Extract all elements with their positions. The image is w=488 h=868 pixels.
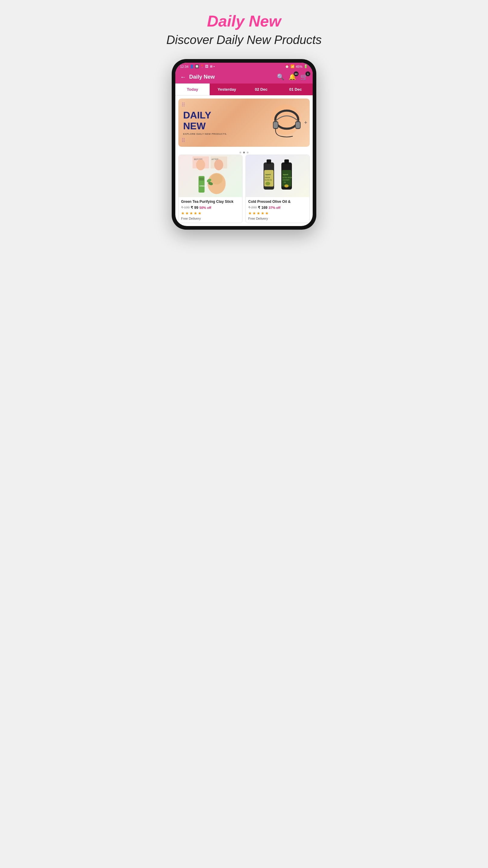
stars-olive-oil: ★ ★ ★ ★ ★ bbox=[248, 211, 307, 216]
discount-olive-oil: 37% off bbox=[269, 206, 281, 210]
stars-clay-stick: ★ ★ ★ ★ ★ bbox=[181, 211, 240, 216]
banner-dots-bottomleft: ⠿ bbox=[181, 137, 185, 144]
star-2: ★ bbox=[253, 211, 256, 216]
banner-explore-text: EXPLORE DAILY NEW PRODUCTS. bbox=[183, 133, 269, 135]
delivery-clay-stick: Free Delivery bbox=[181, 217, 240, 220]
status-icons: 👤 🔲 📍 🖼 🖥 • bbox=[190, 64, 215, 68]
delivery-olive-oil: Free Delivery bbox=[248, 217, 307, 220]
svg-rect-19 bbox=[267, 159, 271, 164]
product-card-olive-oil[interactable]: tapanli VIRGIN OLIVE OIL ORGANIC COLD PR… bbox=[246, 155, 310, 223]
svg-point-9 bbox=[196, 159, 205, 170]
status-bar: 12:34 👤 🔲 📍 🖼 🖥 • ⏰ 📶 45% 🔋 bbox=[175, 63, 313, 70]
banner-dot-1[interactable] bbox=[239, 152, 241, 153]
status-left: 12:34 👤 🔲 📍 🖼 🖥 • bbox=[180, 64, 215, 68]
product-name-olive-oil: Cold Pressed Olive Oil & bbox=[248, 199, 307, 204]
banner-title-line1: DAILY bbox=[183, 110, 269, 121]
alarm-icon: ⏰ bbox=[285, 64, 289, 68]
banner-dot-3[interactable] bbox=[247, 152, 249, 153]
svg-rect-12 bbox=[199, 178, 204, 181]
current-price-clay-stick: ₹ 99 bbox=[191, 206, 198, 210]
star-1: ★ bbox=[248, 211, 252, 216]
status-right: ⏰ 📶 45% 🔋 bbox=[285, 64, 308, 68]
header-icons: 🔍 🔔 63 🛒 1 bbox=[277, 73, 308, 81]
clay-stick-image-placeholder: BEFORE AFTER GREEN bbox=[178, 155, 242, 197]
svg-text:COLD PRESSED: COLD PRESSED bbox=[264, 188, 273, 189]
star-5: ★ bbox=[198, 211, 201, 216]
banner-headphone-image bbox=[269, 104, 305, 141]
product-image-clay-stick: BEFORE AFTER GREEN bbox=[178, 155, 242, 197]
product-image-olive-oil: tapanli VIRGIN OLIVE OIL ORGANIC COLD PR… bbox=[246, 155, 310, 197]
svg-point-24 bbox=[265, 182, 270, 185]
svg-point-15 bbox=[210, 174, 223, 184]
phone-screen: 12:34 👤 🔲 📍 🖼 🖥 • ⏰ 📶 45% 🔋 ← Daily New bbox=[175, 63, 313, 226]
product-card-clay-stick[interactable]: BEFORE AFTER GREEN bbox=[178, 155, 242, 223]
olive-oil-image-placeholder: tapanli VIRGIN OLIVE OIL ORGANIC COLD PR… bbox=[246, 155, 310, 197]
svg-text:EXTRA VIRGIN: EXTRA VIRGIN bbox=[283, 177, 292, 179]
banner-text-block: DAILY NEW EXPLORE DAILY NEW PRODUCTS. bbox=[183, 110, 269, 135]
tab-today[interactable]: Today bbox=[175, 84, 210, 95]
current-price-olive-oil: ₹ 169 bbox=[258, 206, 267, 210]
status-time: 12:34 bbox=[180, 65, 189, 68]
star-3: ★ bbox=[190, 211, 193, 216]
svg-text:OIL: OIL bbox=[284, 182, 286, 183]
banner-section: ⠿ ⠿ DAILY NEW EXPLORE DAILY NEW PRODUCTS… bbox=[178, 98, 310, 147]
price-row-clay-stick: ₹ 100 ₹ 99 50% off bbox=[181, 206, 240, 210]
price-row-olive-oil: ₹ 200 ₹ 169 37% off bbox=[248, 206, 307, 210]
product-name-clay-stick: Green Tea Purifying Clay Stick bbox=[181, 199, 240, 204]
star-1: ★ bbox=[181, 211, 185, 216]
svg-text:tapanli: tapanli bbox=[283, 174, 288, 176]
page-wrapper: Daily New Discover Daily New Products 12… bbox=[163, 12, 325, 230]
app-header: ← Daily New 🔍 🔔 63 🛒 1 bbox=[175, 70, 313, 84]
svg-point-0 bbox=[275, 111, 298, 129]
tab-01dec[interactable]: 01 Dec bbox=[278, 84, 313, 95]
svg-text:ORGANIC: ORGANIC bbox=[264, 186, 270, 187]
cart-badge: 1 bbox=[305, 71, 310, 76]
star-2: ★ bbox=[185, 211, 189, 216]
page-heading: Daily New bbox=[207, 12, 281, 30]
svg-rect-2 bbox=[273, 122, 278, 128]
header-left: ← Daily New bbox=[180, 73, 215, 81]
discount-clay-stick: 50% off bbox=[199, 206, 211, 210]
banner-plus-icon: + bbox=[304, 120, 307, 126]
tab-02dec[interactable]: 02 Dec bbox=[244, 84, 278, 95]
svg-text:tapanli: tapanli bbox=[265, 174, 271, 176]
products-grid: BEFORE AFTER GREEN bbox=[175, 155, 313, 226]
svg-text:VIRGIN: VIRGIN bbox=[265, 177, 270, 179]
star-3: ★ bbox=[257, 211, 260, 216]
notification-badge: 63 bbox=[294, 71, 298, 76]
original-price-olive-oil: ₹ 200 bbox=[248, 206, 257, 210]
page-subtitle: Discover Daily New Products bbox=[166, 33, 322, 47]
banner-title-line2: NEW bbox=[183, 121, 269, 131]
svg-text:COCONUT: COCONUT bbox=[283, 179, 290, 181]
search-button[interactable]: 🔍 bbox=[277, 73, 284, 81]
banner-dots-topleft: ⠿ bbox=[181, 101, 185, 108]
back-button[interactable]: ← bbox=[180, 73, 186, 81]
wifi-icon: 📶 bbox=[290, 64, 295, 68]
star-4: ★ bbox=[261, 211, 264, 216]
product-info-clay-stick: Green Tea Purifying Clay Stick ₹ 100 ₹ 9… bbox=[178, 197, 242, 223]
battery-icon: 🔋 bbox=[304, 64, 308, 68]
star-5: ★ bbox=[265, 211, 269, 216]
tabs-row: Today Yesterday 02 Dec 01 Dec bbox=[175, 84, 313, 96]
svg-rect-28 bbox=[284, 159, 289, 164]
battery-text: 45% bbox=[296, 65, 302, 68]
star-4: ★ bbox=[194, 211, 197, 216]
svg-point-10 bbox=[214, 159, 223, 170]
svg-text:OLIVE OIL: OLIVE OIL bbox=[265, 179, 272, 181]
banner-dot-2[interactable] bbox=[243, 152, 245, 153]
banner-indicator bbox=[175, 150, 313, 155]
original-price-clay-stick: ₹ 100 bbox=[181, 206, 190, 210]
cart-button[interactable]: 🛒 1 bbox=[300, 73, 308, 81]
phone-frame: 12:34 👤 🔲 📍 🖼 🖥 • ⏰ 📶 45% 🔋 ← Daily New bbox=[172, 59, 316, 230]
header-title: Daily New bbox=[189, 74, 215, 80]
svg-text:GREEN: GREEN bbox=[199, 185, 206, 187]
svg-rect-4 bbox=[296, 122, 300, 128]
tab-yesterday[interactable]: Yesterday bbox=[210, 84, 244, 95]
product-info-olive-oil: Cold Pressed Olive Oil & ₹ 200 ₹ 169 37%… bbox=[246, 197, 310, 223]
notification-button[interactable]: 🔔 63 bbox=[289, 73, 296, 81]
svg-point-34 bbox=[284, 184, 289, 187]
